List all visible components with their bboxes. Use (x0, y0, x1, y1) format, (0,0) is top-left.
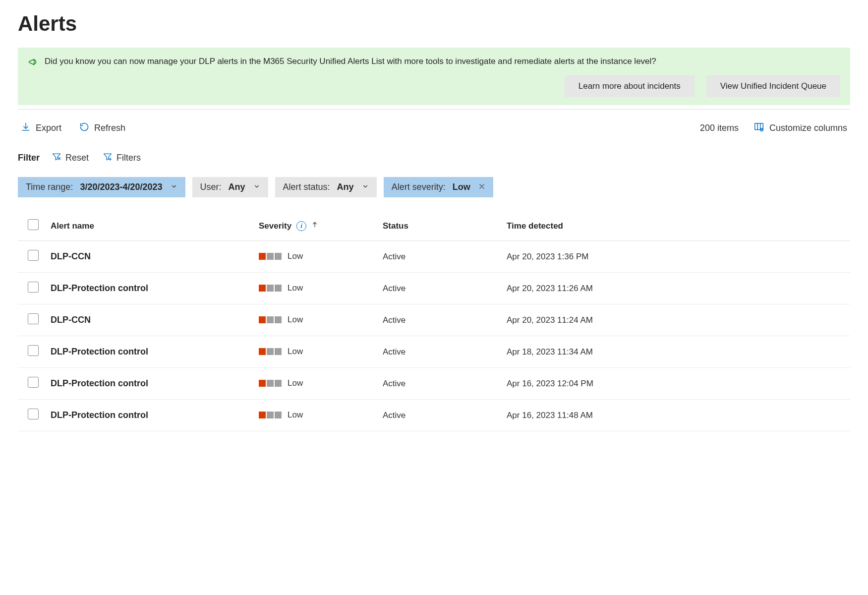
severity-label: Low (288, 251, 303, 261)
severity-indicator-icon (259, 316, 282, 323)
status-label: Active (383, 347, 405, 357)
table-row[interactable]: DLP-Protection controlLowActiveApr 16, 2… (18, 400, 850, 431)
close-icon[interactable] (478, 182, 485, 192)
alert-name: DLP-CCN (51, 315, 91, 325)
severity-indicator-icon (259, 253, 282, 260)
view-unified-queue-button[interactable]: View Unified Incident Queue (706, 75, 840, 97)
status-label: Active (383, 284, 405, 293)
severity-label: Low (288, 347, 303, 357)
filter-pills: Time range: 3/20/2023-4/20/2023 User: An… (18, 177, 850, 197)
row-checkbox[interactable] (28, 250, 39, 261)
time-detected: Apr 20, 2023 11:24 AM (507, 315, 593, 325)
column-header-severity[interactable]: Severity i (253, 211, 377, 241)
chevron-down-icon (171, 182, 177, 192)
refresh-button[interactable]: Refresh (76, 120, 128, 136)
filter-pill-user[interactable]: User: Any (192, 177, 268, 197)
info-banner: Did you know you can now manage your DLP… (18, 48, 850, 105)
reset-filter-button[interactable]: Reset (50, 151, 91, 165)
severity-indicator-icon (259, 348, 282, 355)
toolbar: Export Refresh 200 items Customize colum… (18, 119, 850, 137)
reset-label: Reset (65, 153, 89, 163)
divider (18, 109, 850, 110)
filter-pill-alert-status[interactable]: Alert status: Any (275, 177, 377, 197)
table-row[interactable]: DLP-CCNLowActiveApr 20, 2023 11:24 AM (18, 304, 850, 336)
pill-key: Alert severity: (392, 182, 446, 192)
severity-label: Low (288, 315, 303, 325)
row-checkbox[interactable] (28, 313, 39, 324)
sort-ascending-icon (311, 221, 318, 231)
alert-name: DLP-Protection control (51, 378, 148, 388)
table-row[interactable]: DLP-Protection controlLowActiveApr 16, 2… (18, 368, 850, 400)
chevron-down-icon (362, 182, 369, 192)
row-checkbox[interactable] (28, 377, 39, 388)
status-label: Active (383, 252, 405, 261)
time-detected: Apr 16, 2023 11:48 AM (507, 411, 593, 420)
status-label: Active (383, 411, 405, 420)
learn-more-button[interactable]: Learn more about incidents (565, 75, 694, 97)
filter-label: Filter (18, 153, 40, 163)
status-label: Active (383, 315, 405, 325)
filters-button[interactable]: Filters (101, 151, 143, 165)
pill-key: User: (200, 182, 222, 192)
severity-label: Low (288, 410, 303, 420)
column-header-alert-name[interactable]: Alert name (45, 211, 253, 241)
time-detected: Apr 20, 2023 11:26 AM (507, 284, 593, 293)
filters-label: Filters (116, 153, 141, 163)
alert-name: DLP-Protection control (51, 410, 148, 420)
table-row[interactable]: DLP-Protection controlLowActiveApr 18, 2… (18, 336, 850, 368)
select-all-checkbox[interactable] (28, 219, 39, 230)
filter-bar: Filter Reset Filters (18, 151, 850, 165)
customize-columns-label: Customize columns (769, 123, 847, 133)
pill-value: 3/20/2023-4/20/2023 (80, 182, 162, 192)
info-icon[interactable]: i (296, 221, 306, 231)
page-title: Alerts (18, 12, 850, 36)
column-header-status[interactable]: Status (377, 211, 501, 241)
table-header-row: Alert name Severity i Status Time detect… (18, 211, 850, 241)
table-row[interactable]: DLP-CCNLowActiveApr 20, 2023 1:36 PM (18, 241, 850, 273)
pill-value: Low (453, 182, 470, 192)
alert-name: DLP-CCN (51, 251, 91, 261)
time-detected: Apr 18, 2023 11:34 AM (507, 347, 593, 357)
time-detected: Apr 20, 2023 1:36 PM (507, 252, 588, 261)
item-count: 200 items (700, 123, 739, 133)
pill-value: Any (229, 182, 245, 192)
export-label: Export (36, 123, 61, 133)
filter-pill-alert-severity[interactable]: Alert severity: Low (384, 177, 493, 197)
severity-indicator-icon (259, 412, 282, 418)
pill-key: Alert status: (283, 182, 330, 192)
row-checkbox[interactable] (28, 409, 39, 419)
severity-indicator-icon (259, 380, 282, 387)
columns-icon (753, 121, 764, 135)
time-detected: Apr 16, 2023 12:04 PM (507, 379, 593, 388)
table-row[interactable]: DLP-Protection controlLowActiveApr 20, 2… (18, 273, 850, 304)
refresh-icon (79, 122, 89, 134)
column-header-time-detected[interactable]: Time detected (501, 211, 850, 241)
pill-value: Any (337, 182, 354, 192)
severity-label: Low (288, 283, 303, 293)
filter-icon (103, 152, 113, 164)
row-checkbox[interactable] (28, 345, 39, 356)
pill-key: Time range: (26, 182, 73, 192)
alerts-table: Alert name Severity i Status Time detect… (18, 211, 850, 431)
alert-name: DLP-Protection control (51, 347, 148, 357)
download-icon (21, 122, 31, 134)
export-button[interactable]: Export (18, 120, 64, 136)
filter-pill-time-range[interactable]: Time range: 3/20/2023-4/20/2023 (18, 177, 185, 197)
customize-columns-button[interactable]: Customize columns (751, 119, 850, 137)
svg-rect-0 (755, 123, 763, 130)
clear-filter-icon (52, 152, 61, 164)
banner-text: Did you know you can now manage your DLP… (45, 56, 656, 68)
column-header-severity-label: Severity (259, 221, 291, 231)
megaphone-icon (28, 57, 39, 69)
alert-name: DLP-Protection control (51, 283, 148, 293)
status-label: Active (383, 379, 405, 388)
row-checkbox[interactable] (28, 282, 39, 293)
chevron-down-icon (253, 182, 260, 192)
severity-indicator-icon (259, 285, 282, 292)
refresh-label: Refresh (94, 123, 125, 133)
severity-label: Low (288, 378, 303, 388)
